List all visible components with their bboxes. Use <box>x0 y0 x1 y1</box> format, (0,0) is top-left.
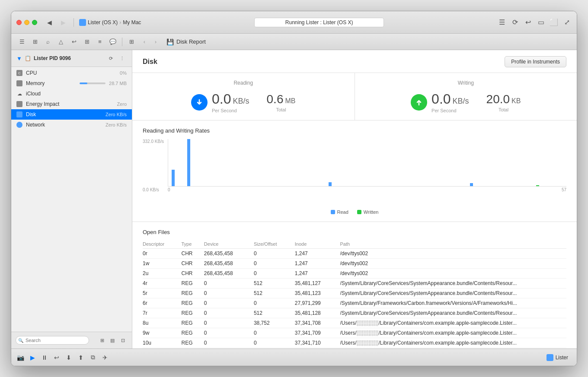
target-name: My Mac <box>123 19 141 25</box>
table-row[interactable]: 10uREG0037,341,710/Users/░░░░░░/Library/… <box>143 338 566 348</box>
list-icon[interactable]: ≡ <box>94 36 105 48</box>
toolbar-separator <box>122 38 122 46</box>
sidebar-header-title: Lister PID 9096 <box>34 55 103 61</box>
reading-per-second-group: 0.0 KB/s Per Second <box>212 91 249 113</box>
sidebar-item-network-label: Network <box>26 122 102 128</box>
reading-per-second-value: 0.0 <box>212 91 231 107</box>
table-row[interactable]: 7rREG051235,481,128/System/Library/CoreS… <box>143 308 566 318</box>
writing-label: Writing <box>458 80 474 86</box>
bottom-send-icon[interactable]: ✈ <box>99 352 111 363</box>
back-button[interactable]: ◀ <box>44 17 54 28</box>
nav-back-button[interactable]: ‹ <box>139 36 150 48</box>
sidebar-item-network[interactable]: Network Zero KB/s <box>11 120 132 130</box>
files-table-header-row: Descriptor Type Device Size/Offset Inode… <box>143 240 566 249</box>
table-row[interactable]: 2uCHR268,435,45801,247/dev/ttys002 <box>143 269 566 279</box>
panel-icon[interactable]: ▭ <box>536 18 546 27</box>
table-row[interactable]: 8uREG038,75237,341,708/Users/░░░░░░/Libr… <box>143 318 566 328</box>
search-input[interactable] <box>16 336 89 345</box>
profile-instruments-button[interactable]: Profile in Instruments <box>505 56 566 67</box>
alert-icon[interactable]: △ <box>55 36 67 48</box>
chart-container <box>168 139 566 187</box>
arrow-icon: › <box>119 19 121 25</box>
chart-bar-group <box>502 139 516 186</box>
view-icon-3[interactable]: ⊡ <box>118 336 128 345</box>
chart-bar-group <box>517 139 531 186</box>
fullscreen-icon[interactable]: ⤢ <box>562 18 572 27</box>
files-table-body: 0rCHR268,435,45801,247/dev/ttys0021wCHR2… <box>143 249 566 349</box>
close-button[interactable] <box>16 20 22 25</box>
chart-bar-group <box>360 139 374 186</box>
list-view-icon[interactable]: ☰ <box>497 18 507 27</box>
network-icon <box>16 122 22 128</box>
zoom-button[interactable] <box>32 20 37 25</box>
forward-button[interactable]: ▶ <box>58 17 68 28</box>
sidebar-item-memory-label: Memory <box>26 80 76 86</box>
app-icon <box>79 19 86 26</box>
sidebar-item-memory[interactable]: Memory 28.7 MB <box>11 78 132 89</box>
table-row[interactable]: 0rCHR268,435,45801,247/dev/ttys002 <box>143 249 566 259</box>
footer-icons: ⊞ ▤ ⊡ <box>97 336 128 345</box>
chart-bar-group <box>407 139 422 186</box>
app-label: Lister (OS X) › My Mac <box>79 19 141 26</box>
col-size: Size/Offset <box>254 240 295 249</box>
table-row[interactable]: 9wREG0037,341,709/Users/░░░░░░/Library/C… <box>143 328 566 338</box>
chart-bar-group <box>187 139 201 186</box>
return-icon[interactable]: ↩ <box>523 18 533 27</box>
minimize-button[interactable] <box>24 20 29 25</box>
view-icon-2[interactable]: ▤ <box>108 336 117 345</box>
bottom-back-icon[interactable]: ↩ <box>51 352 62 363</box>
search-toolbar-icon[interactable]: ⌕ <box>42 36 54 48</box>
bottom-upload-icon[interactable]: ⬆ <box>75 352 86 363</box>
chart-legend: Read Written <box>143 209 566 215</box>
disk-icon <box>16 111 22 117</box>
bottom-pause-icon[interactable]: ⏸ <box>39 352 50 363</box>
chart-bar-group <box>297 139 312 186</box>
sidebar-refresh-icon[interactable]: ⟳ <box>106 54 115 63</box>
chart-bar-group <box>376 139 390 186</box>
sidebar-item-disk[interactable]: Disk Zero KB/s <box>11 109 132 120</box>
chart-title: Reading and Writing Rates <box>143 127 566 134</box>
hierarchy-icon[interactable]: ⊞ <box>29 36 41 48</box>
split-icon[interactable]: ⬜ <box>549 18 559 27</box>
undo-icon[interactable]: ↩ <box>68 36 80 48</box>
main-window: ◀ ▶ Lister (OS X) › My Mac Running Liste… <box>11 11 577 366</box>
breadcrumb-area: 💾 Disk Report <box>163 38 572 45</box>
bottom-play-icon[interactable]: ▶ <box>27 352 38 363</box>
reading-total-group: 0.6 MB Total <box>267 92 296 112</box>
sidebar-item-energy[interactable]: Energy Impact Zero <box>11 99 132 109</box>
chart-bar-group <box>344 139 358 186</box>
sidebar-header: ▼ 📋 Lister PID 9096 ⟳ ⋮ <box>11 50 132 67</box>
table-row[interactable]: 6rREG0027,971,299/System/Library/Framewo… <box>143 298 566 308</box>
legend-read: Read <box>331 209 348 215</box>
sidebar-item-cpu-label: CPU <box>26 70 116 76</box>
bottom-copy-icon[interactable]: ⧉ <box>87 352 99 363</box>
search-wrapper <box>16 336 96 345</box>
speech-icon[interactable]: 💬 <box>107 36 118 48</box>
separator <box>74 18 74 27</box>
table-row[interactable]: 1wCHR268,435,45801,247/dev/ttys002 <box>143 259 566 269</box>
chart-bar-group <box>219 139 233 186</box>
network-icon[interactable]: ⟳ <box>510 18 520 27</box>
chart-y-max: 332.0 KB/s <box>143 139 164 144</box>
view-icon-1[interactable]: ⊞ <box>97 336 107 345</box>
app-name: Lister (OS X) <box>88 19 118 25</box>
sidebar-item-cpu[interactable]: C CPU 0% <box>11 68 132 78</box>
chart-x-max: 57 <box>562 187 566 192</box>
table-row[interactable]: 4rREG051235,481,127/System/Library/CoreS… <box>143 279 566 288</box>
bottom-download-icon[interactable]: ⬇ <box>63 352 74 363</box>
chart-bar-group <box>470 139 484 186</box>
nav-forward-button[interactable]: › <box>150 36 161 48</box>
writing-per-second-label: Per Second <box>431 108 469 113</box>
sidebar-item-icloud[interactable]: ☁ iCloud <box>11 89 132 99</box>
chart-bar-group <box>203 139 217 186</box>
sidebar-toggle-icon[interactable]: ☰ <box>16 36 28 48</box>
bottom-app-label: Lister <box>546 354 568 361</box>
bottom-screenshot-icon[interactable]: 📷 <box>15 352 26 363</box>
sidebar-item-energy-label: Energy Impact <box>26 101 113 107</box>
sidebar-options-icon[interactable]: ⋮ <box>117 54 127 63</box>
inspect-icon[interactable]: ⊞ <box>126 36 137 48</box>
grid-icon[interactable]: ⊞ <box>81 36 93 48</box>
open-files-title: Open Files <box>143 229 566 235</box>
chart-bars-container <box>168 139 566 186</box>
table-row[interactable]: 5rREG051235,481,123/System/Library/CoreS… <box>143 288 566 298</box>
